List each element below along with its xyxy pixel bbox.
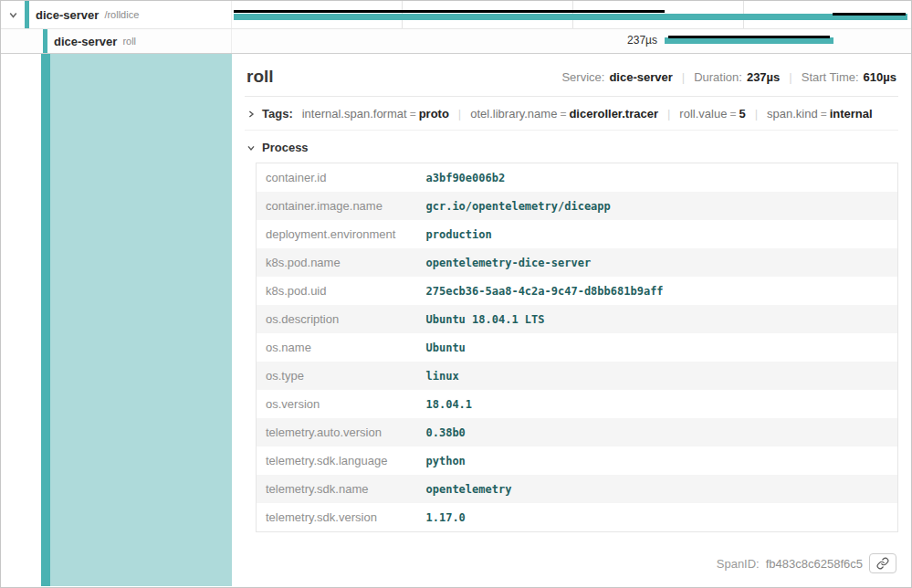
stat-duration: Duration:237µs <box>694 70 780 84</box>
span-detail-area: roll Service:dice-server | Duration:237µ… <box>1 54 911 586</box>
process-key: telemetry.sdk.name <box>257 475 417 503</box>
tag-roll.value: roll.value=5 <box>679 107 745 121</box>
process-value: 1.17.0 <box>417 503 898 532</box>
stat-service: Service:dice-server <box>561 70 672 84</box>
process-row: k8s.pod.uid275ecb36-5aa8-4c2a-9c47-d8bb6… <box>257 277 898 305</box>
operation-name: roll <box>122 36 136 47</box>
process-table-body: container.ida3bf90e006b2container.image.… <box>257 163 898 532</box>
span-timeline: dice-server /rolldice dice-server roll 2… <box>1 1 911 54</box>
process-value: Ubuntu 18.04.1 LTS <box>417 305 898 333</box>
process-row: os.nameUbuntu <box>257 333 898 362</box>
process-value: python <box>417 446 898 475</box>
process-value: 18.04.1 <box>417 390 898 418</box>
detail-header: roll Service:dice-server | Duration:237µ… <box>245 61 898 97</box>
selected-span-highlight <box>50 54 232 586</box>
spanid-label: SpanID: <box>717 557 760 571</box>
stat-divider: | <box>682 70 685 84</box>
span-color-strip <box>43 29 47 53</box>
span-row-rolldice[interactable]: dice-server /rolldice <box>1 1 911 29</box>
process-row: k8s.pod.nameopentelemetry-dice-server <box>257 248 898 277</box>
process-key: deployment.environment <box>257 220 417 248</box>
process-row: os.version18.04.1 <box>257 390 898 418</box>
process-label: Process <box>262 141 309 154</box>
span-row-roll-timeline: 237µs <box>232 29 911 53</box>
critical-path-segment <box>668 36 830 38</box>
span-color-strip <box>25 1 29 28</box>
chevron-right-icon <box>246 110 256 119</box>
process-row: os.typelinux <box>257 362 898 390</box>
tag-separator: | <box>755 107 758 121</box>
process-key: k8s.pod.name <box>257 248 417 277</box>
critical-path-segment <box>833 13 906 16</box>
process-key: telemetry.sdk.version <box>257 503 417 532</box>
service-name: dice-server <box>54 35 117 48</box>
span-detail-panel: roll Service:dice-server | Duration:237µ… <box>232 54 911 586</box>
process-key: telemetry.sdk.language <box>257 446 417 475</box>
tags-accordion[interactable]: Tags: internal.span.format=proto|otel.li… <box>245 97 898 131</box>
process-value: opentelemetry <box>417 475 898 503</box>
tags-label: Tags: <box>262 107 293 121</box>
process-row: container.image.namegcr.io/opentelemetry… <box>257 192 898 220</box>
span-row-rolldice-label: dice-server /rolldice <box>1 1 232 28</box>
chevron-down-icon <box>246 143 256 152</box>
process-value: production <box>417 220 898 248</box>
process-key: os.version <box>257 390 417 418</box>
tag-span.kind: span.kind=internal <box>767 107 873 121</box>
tag-otel.library.name: otel.library.name=diceroller.tracer <box>470 107 658 121</box>
process-key: container.id <box>257 163 417 193</box>
chevron-down-icon[interactable] <box>1 10 25 20</box>
operation-name: /rolldice <box>104 9 139 20</box>
deep-link-button[interactable] <box>869 553 896 573</box>
span-bar-rolldice[interactable] <box>234 14 907 20</box>
span-row-rolldice-timeline <box>232 1 911 28</box>
process-row: container.ida3bf90e006b2 <box>257 163 898 193</box>
span-bar-roll[interactable] <box>665 37 833 44</box>
stat-start-time: Start Time:610µs <box>802 70 896 84</box>
process-value: 275ecb36-5aa8-4c2a-9c47-d8bb681b9aff <box>417 277 898 305</box>
process-accordion[interactable]: Process <box>245 131 898 163</box>
span-row-roll-label: dice-server roll <box>1 29 232 53</box>
trace-detail-view: dice-server /rolldice dice-server roll 2… <box>0 0 912 588</box>
process-key: container.image.name <box>257 192 417 220</box>
process-value: Ubuntu <box>417 333 898 362</box>
service-name: dice-server <box>36 8 99 22</box>
process-row: telemetry.auto.version0.38b0 <box>257 418 898 446</box>
span-title: roll <box>246 67 274 87</box>
stat-divider: | <box>789 70 791 84</box>
span-duration-label: 237µs <box>588 34 657 47</box>
process-row: telemetry.sdk.version1.17.0 <box>257 503 898 532</box>
process-value: a3bf90e006b2 <box>417 163 898 193</box>
tag-separator: | <box>667 107 670 121</box>
critical-path-segment <box>234 10 665 13</box>
process-row: os.descriptionUbuntu 18.04.1 LTS <box>257 305 898 333</box>
process-value: linux <box>417 362 898 390</box>
process-value: gcr.io/opentelemetry/diceapp <box>417 192 898 220</box>
link-icon <box>876 557 889 570</box>
detail-footer: SpanID: fb483c8c6258f6c5 <box>245 546 898 581</box>
process-key: k8s.pod.uid <box>257 277 417 305</box>
process-value: opentelemetry-dice-server <box>417 248 898 277</box>
span-accent-strip <box>41 54 50 586</box>
process-key: os.type <box>257 362 417 390</box>
process-key-value-table: container.ida3bf90e006b2container.image.… <box>256 163 898 532</box>
process-key: os.name <box>257 333 417 362</box>
process-key: telemetry.auto.version <box>257 418 417 446</box>
process-row: telemetry.sdk.languagepython <box>257 446 898 475</box>
span-row-roll[interactable]: dice-server roll 237µs <box>1 29 911 53</box>
tag-internal.span.format: internal.span.format=proto <box>302 107 449 121</box>
tag-separator: | <box>458 107 461 121</box>
tags-list: internal.span.format=proto|otel.library.… <box>302 107 873 121</box>
spanid-value: fb483c8c6258f6c5 <box>766 557 863 571</box>
process-value: 0.38b0 <box>417 418 898 446</box>
process-row: telemetry.sdk.nameopentelemetry <box>257 475 898 503</box>
span-stats: Service:dice-server | Duration:237µs | S… <box>561 70 896 84</box>
detail-left-gutter <box>1 54 232 586</box>
process-key: os.description <box>257 305 417 333</box>
process-row: deployment.environmentproduction <box>257 220 898 248</box>
